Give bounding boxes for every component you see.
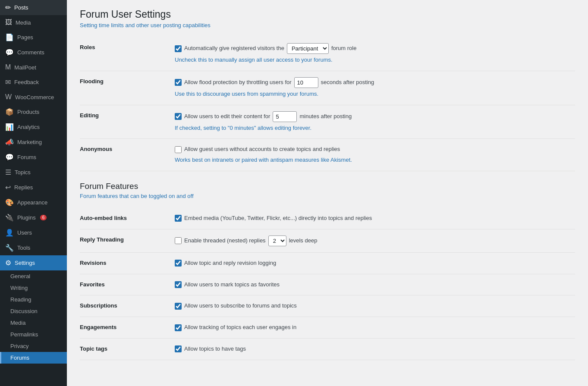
- features-subtitle: Forum features that can be toggled on an…: [80, 193, 575, 199]
- appearance-icon: 🎨: [5, 198, 14, 207]
- settings-row-editing: Editing Allow users to edit their conten…: [80, 105, 575, 139]
- plugins-badge: 6: [40, 215, 47, 220]
- sidebar-item-products[interactable]: 📦 Products: [0, 104, 67, 119]
- flooding-control: Allow flood protection by throttling use…: [175, 71, 575, 105]
- analytics-icon: 📊: [5, 123, 14, 131]
- anonymous-hint: Works best on intranets or paired with a…: [175, 156, 575, 165]
- sidebar-item-media[interactable]: 🖼 Media: [0, 15, 67, 30]
- settings-row-autoembed: Auto-embed links Embed media (YouTube, T…: [80, 208, 575, 229]
- submenu-privacy[interactable]: Privacy: [0, 340, 67, 352]
- sidebar-item-mailpoet[interactable]: M MailPoet: [0, 60, 67, 75]
- submenu-discussion[interactable]: Discussion: [0, 305, 67, 317]
- sidebar-item-appearance[interactable]: 🎨 Appearance: [0, 195, 67, 210]
- sidebar-item-posts[interactable]: ✏ Posts: [0, 0, 67, 15]
- media-icon: 🖼: [5, 19, 12, 26]
- editing-checkbox[interactable]: [175, 113, 182, 120]
- subscriptions-checkbox[interactable]: [175, 303, 182, 310]
- autoembed-checkbox[interactable]: [175, 215, 182, 222]
- sidebar-item-comments[interactable]: 💬 Comments: [0, 45, 67, 60]
- sidebar-item-forums[interactable]: 💬 Forums: [0, 150, 67, 165]
- comments-icon: 💬: [5, 48, 14, 56]
- sidebar-item-label: Plugins: [17, 214, 36, 221]
- sidebar-item-label: Pages: [17, 34, 33, 41]
- submenu-permalinks[interactable]: Permalinks: [0, 329, 67, 340]
- submenu-forums[interactable]: Forums: [0, 352, 67, 364]
- sidebar-item-plugins[interactable]: 🔌 Plugins 6: [0, 210, 67, 225]
- revisions-checkbox[interactable]: [175, 260, 182, 267]
- anonymous-control: Allow guest users without accounts to cr…: [175, 139, 575, 171]
- threading-depth-select[interactable]: 1 2 3 4 5 6 7 8: [268, 235, 286, 246]
- engagements-field: Allow tracking of topics each user engag…: [175, 323, 575, 332]
- sidebar-item-analytics[interactable]: 📊 Analytics: [0, 119, 67, 135]
- flooding-label: Flooding: [80, 71, 175, 105]
- woocommerce-icon: W: [5, 93, 12, 101]
- threading-label: Reply Threading: [80, 229, 175, 252]
- sidebar-item-tools[interactable]: 🔧 Tools: [0, 240, 67, 255]
- sidebar-item-label: Replies: [14, 184, 33, 191]
- sidebar-item-marketing[interactable]: 📣 Marketing: [0, 135, 67, 150]
- sidebar: ✏ Posts 🖼 Media 📄 Pages 💬 Comments M Mai…: [0, 0, 67, 386]
- sidebar-item-settings[interactable]: ⚙ Settings: [0, 255, 67, 270]
- replies-icon: ↩: [5, 183, 11, 191]
- sidebar-item-label: Analytics: [17, 124, 40, 130]
- settings-submenu: General Writing Reading Discussion Media…: [0, 270, 67, 364]
- sidebar-item-replies[interactable]: ↩ Replies: [0, 180, 67, 195]
- anonymous-checkbox[interactable]: [175, 146, 182, 153]
- main-content: Forum User Settings Setting time limits …: [67, 0, 588, 386]
- submenu-reading[interactable]: Reading: [0, 294, 67, 305]
- autoembed-control: Embed media (YouTube, Twitter, Flickr, e…: [175, 208, 575, 229]
- settings-row-anonymous: Anonymous Allow guest users without acco…: [80, 139, 575, 171]
- subscriptions-label: Subscriptions: [80, 295, 175, 317]
- roles-checkbox[interactable]: [175, 45, 182, 52]
- flooding-input[interactable]: [294, 77, 318, 88]
- settings-row-topictags: Topic tags Allow topics to have tags: [80, 338, 575, 360]
- page-subtitle: Setting time limits and other user posti…: [80, 22, 575, 28]
- threading-control: Enable threaded (nested) replies 1 2 3 4…: [175, 229, 575, 252]
- topictags-field: Allow topics to have tags: [175, 345, 575, 354]
- submenu-general[interactable]: General: [0, 270, 67, 282]
- submenu-writing[interactable]: Writing: [0, 282, 67, 294]
- sidebar-item-feedback[interactable]: ✉ Feedback: [0, 75, 67, 90]
- tools-icon: 🔧: [5, 244, 14, 252]
- editing-input[interactable]: [273, 111, 297, 122]
- settings-row-roles: Roles Automatically give registered visi…: [80, 37, 575, 71]
- roles-field: Automatically give registered visitors t…: [175, 43, 575, 54]
- user-settings-table: Roles Automatically give registered visi…: [80, 37, 575, 171]
- users-icon: 👤: [5, 229, 14, 237]
- favorites-label: Favorites: [80, 274, 175, 295]
- mailpoet-icon: M: [5, 63, 11, 71]
- products-icon: 📦: [5, 108, 14, 116]
- roles-text-after: forum role: [331, 44, 357, 53]
- editing-field: Allow users to edit their content for mi…: [175, 111, 575, 122]
- sidebar-item-users[interactable]: 👤 Users: [0, 225, 67, 240]
- anonymous-label: Anonymous: [80, 139, 175, 171]
- feedback-icon: ✉: [5, 78, 11, 86]
- revisions-text: Allow topic and reply revision logging: [184, 259, 276, 268]
- pages-icon: 📄: [5, 33, 14, 41]
- sidebar-item-pages[interactable]: 📄 Pages: [0, 30, 67, 45]
- roles-select[interactable]: Participant Subscriber Moderator: [287, 43, 329, 54]
- subscriptions-control: Allow users to subscribe to forums and t…: [175, 295, 575, 317]
- flooding-text-after: seconds after posting: [321, 78, 374, 87]
- sidebar-item-label: Forums: [17, 154, 36, 160]
- flooding-field: Allow flood protection by throttling use…: [175, 77, 575, 88]
- revisions-label: Revisions: [80, 252, 175, 274]
- flooding-checkbox[interactable]: [175, 79, 182, 86]
- editing-text-before: Allow users to edit their content for: [184, 112, 270, 121]
- engagements-checkbox[interactable]: [175, 324, 182, 331]
- settings-row-engagements: Engagements Allow tracking of topics eac…: [80, 317, 575, 339]
- roles-label: Roles: [80, 37, 175, 71]
- settings-row-subscriptions: Subscriptions Allow users to subscribe t…: [80, 295, 575, 317]
- submenu-media[interactable]: Media: [0, 317, 67, 329]
- sidebar-item-label: Marketing: [17, 139, 42, 145]
- favorites-control: Allow users to mark topics as favorites: [175, 274, 575, 295]
- topictags-checkbox[interactable]: [175, 345, 182, 352]
- sidebar-item-label: WooCommerce: [15, 94, 54, 100]
- editing-label: Editing: [80, 105, 175, 139]
- sidebar-item-woocommerce[interactable]: W WooCommerce: [0, 90, 67, 104]
- revisions-field: Allow topic and reply revision logging: [175, 259, 575, 268]
- favorites-checkbox[interactable]: [175, 281, 182, 288]
- topics-icon: ☰: [5, 168, 11, 176]
- sidebar-item-topics[interactable]: ☰ Topics: [0, 165, 67, 180]
- threading-checkbox[interactable]: [175, 237, 182, 244]
